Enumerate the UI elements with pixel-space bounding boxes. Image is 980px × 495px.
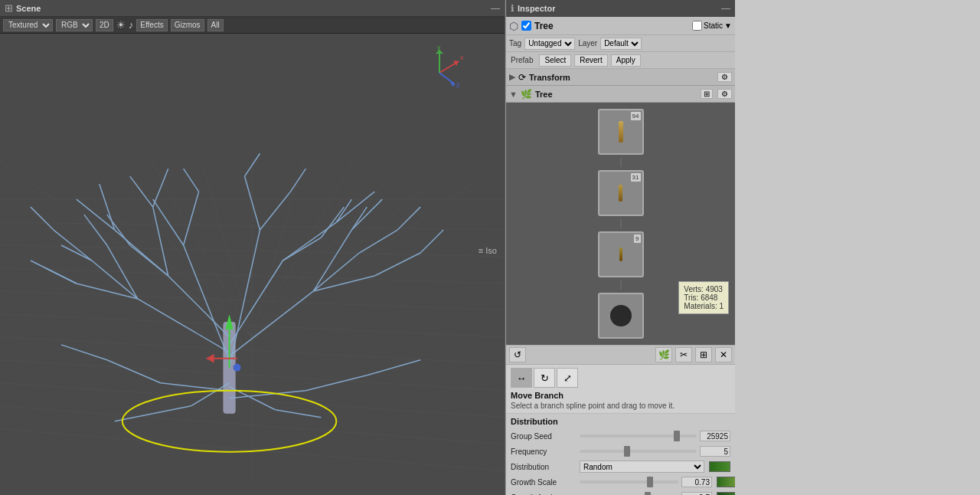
move-branch-title: Move Branch bbox=[511, 391, 730, 400]
growth-scale-value[interactable] bbox=[681, 477, 712, 487]
prefab-apply-button[interactable]: Apply bbox=[611, 54, 641, 67]
scale-tool-btn[interactable]: ⤢ bbox=[557, 368, 578, 388]
info-icon: ℹ bbox=[511, 3, 514, 14]
node-num-1: 94 bbox=[631, 112, 641, 120]
effects-button[interactable]: Effects bbox=[136, 19, 167, 31]
scissors-btn[interactable]: ✂ bbox=[675, 347, 692, 362]
group-seed-slider[interactable] bbox=[580, 434, 697, 438]
node-num-2: 31 bbox=[631, 173, 641, 182]
node-card-leaf[interactable] bbox=[598, 293, 644, 339]
sound-icon: ♪ bbox=[129, 19, 134, 31]
static-area: Static ▼ bbox=[692, 21, 732, 31]
frequency-row: Frequency bbox=[511, 444, 730, 458]
tag-select[interactable]: Untagged bbox=[524, 38, 575, 50]
prefab-label: Prefab bbox=[511, 56, 533, 64]
growth-angle-value[interactable] bbox=[681, 492, 712, 495]
node-row-1: 94 bbox=[598, 109, 644, 155]
node-card-branch[interactable]: 31 bbox=[598, 170, 644, 216]
add-branch-btn[interactable]: 🌿 bbox=[655, 347, 672, 362]
svg-text:y: y bbox=[437, 46, 441, 51]
viewport-grid bbox=[0, 34, 505, 495]
group-seed-label: Group Seed bbox=[511, 432, 580, 441]
leaf-visual bbox=[610, 305, 632, 326]
transform-label: Transform bbox=[529, 73, 714, 82]
inspector-title: Inspector bbox=[518, 4, 556, 13]
frequency-value[interactable] bbox=[700, 446, 730, 457]
shading-select[interactable]: Textured bbox=[3, 19, 53, 31]
group-seed-slider-area bbox=[580, 431, 730, 441]
static-dropdown-icon[interactable]: ▼ bbox=[724, 21, 732, 30]
object-header: ⬡ Tree Static ▼ bbox=[506, 17, 735, 35]
connector-2-3 bbox=[620, 219, 622, 228]
tag-label: Tag bbox=[509, 39, 521, 48]
svg-text:x: x bbox=[460, 54, 464, 61]
svg-text:z: z bbox=[456, 81, 460, 89]
transform-component-header: ▶ ⟳ Transform ⚙ bbox=[506, 69, 735, 86]
channel-select[interactable]: RGB bbox=[56, 19, 93, 31]
growth-angle-slider-area bbox=[580, 492, 735, 495]
duplicate-btn[interactable]: ⊞ bbox=[695, 347, 712, 362]
connector-3-4 bbox=[620, 280, 622, 290]
tree-gear-icon[interactable]: ⚙ bbox=[717, 89, 732, 99]
layer-select[interactable]: Default bbox=[600, 38, 642, 50]
transform-menu-icon[interactable]: ⚙ bbox=[717, 72, 732, 82]
node-card-trunk[interactable]: 94 bbox=[598, 109, 644, 155]
tag-layer-row: Tag Untagged Layer Default bbox=[506, 35, 735, 52]
inspector-header: ℹ Inspector — bbox=[506, 0, 735, 17]
growth-scale-row: Growth Scale bbox=[511, 475, 730, 489]
inspector-close-icon[interactable]: — bbox=[721, 3, 730, 14]
prefab-select-button[interactable]: Select bbox=[539, 54, 571, 67]
scene-title: Scene bbox=[16, 4, 41, 13]
verts-stat: Verts: 4903 bbox=[684, 285, 724, 293]
tree-nodes-area: 94 31 9 bbox=[506, 103, 735, 345]
branch-visual bbox=[619, 185, 622, 202]
growth-angle-color-preview bbox=[717, 492, 735, 495]
distribution-type-label: Distribution bbox=[511, 463, 580, 471]
iso-label: ≡ Iso bbox=[479, 246, 497, 255]
object-name[interactable]: Tree bbox=[534, 21, 689, 31]
growth-scale-color-preview bbox=[717, 477, 735, 487]
collapse-icon[interactable]: ▶ bbox=[509, 72, 515, 82]
2d-button[interactable]: 2D bbox=[96, 19, 113, 31]
frequency-slider-area bbox=[580, 446, 730, 457]
tree-component-header: ▼ 🌿 Tree ⊞ ⚙ bbox=[506, 86, 735, 103]
gizmos-button[interactable]: Gizmos bbox=[171, 19, 204, 31]
all-button[interactable]: All bbox=[207, 19, 224, 31]
object-enabled-checkbox[interactable] bbox=[521, 21, 531, 31]
distribution-type-row: Distribution Random Alternate Opposite W… bbox=[511, 460, 730, 474]
growth-scale-slider[interactable] bbox=[580, 480, 678, 484]
scene-viewport[interactable]: x y z ≡ Iso bbox=[0, 34, 505, 495]
sun-icon: ☀ bbox=[116, 19, 126, 31]
scene-close-icon[interactable]: — bbox=[491, 3, 500, 14]
node-card-twig[interactable]: 9 bbox=[598, 231, 644, 277]
node-row-4 bbox=[598, 293, 644, 339]
connector-1-2 bbox=[620, 158, 622, 167]
tris-stat: Tris: 6848 bbox=[684, 293, 724, 302]
tree-component-icon: 🌿 bbox=[521, 89, 532, 100]
growth-scale-slider-area bbox=[580, 477, 735, 487]
move-tool-btn[interactable]: ↔ bbox=[511, 368, 532, 388]
tree-component-label: Tree bbox=[535, 90, 697, 99]
node-row-3: 9 bbox=[598, 231, 644, 277]
prefab-revert-button[interactable]: Revert bbox=[574, 54, 607, 67]
delete-node-btn[interactable]: ✕ bbox=[715, 347, 732, 362]
growth-angle-row: Growth Angle bbox=[511, 490, 730, 495]
tree-page-icon[interactable]: ⊞ bbox=[701, 89, 713, 99]
materials-stat: Materials: 1 bbox=[684, 302, 724, 310]
axes-gizmo: x y z bbox=[413, 46, 459, 92]
growth-scale-label: Growth Scale bbox=[511, 478, 580, 487]
scene-panel: ⊞ Scene — Textured RGB 2D ☀ ♪ Effects Gi… bbox=[0, 0, 505, 495]
hash-icon: ⊞ bbox=[5, 2, 13, 14]
frequency-slider[interactable] bbox=[580, 450, 697, 453]
distribution-type-select[interactable]: Random Alternate Opposite Whorled bbox=[580, 461, 704, 473]
group-seed-value[interactable] bbox=[700, 431, 730, 441]
move-branch-section: ↔ ↻ ⤢ Move Branch Select a branch spline… bbox=[506, 365, 735, 414]
stats-box: Verts: 4903 Tris: 6848 Materials: 1 bbox=[678, 281, 729, 314]
rotate-tool-btn[interactable]: ↻ bbox=[534, 368, 555, 388]
static-checkbox[interactable] bbox=[692, 21, 702, 31]
node-row-2: 31 bbox=[598, 170, 644, 216]
distribution-title: Distribution bbox=[511, 417, 730, 426]
inspector-panel: ℹ Inspector — ⬡ Tree Static ▼ Tag Untagg… bbox=[505, 0, 735, 495]
tree-collapse-icon[interactable]: ▼ bbox=[509, 90, 518, 99]
refresh-icon-btn[interactable]: ↺ bbox=[509, 347, 526, 362]
